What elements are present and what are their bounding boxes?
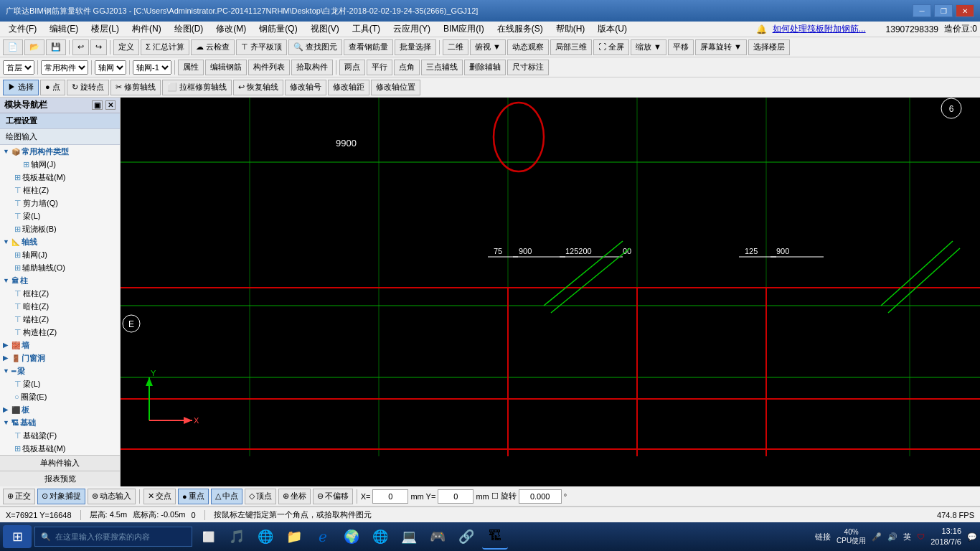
tb-parallel[interactable]: 平行 bbox=[367, 60, 392, 75]
tree-item-constcol[interactable]: ⊤ 构造柱(Z) bbox=[0, 326, 120, 339]
tb-comp-list[interactable]: 构件列表 bbox=[248, 60, 290, 75]
tb-2d[interactable]: 二维 bbox=[443, 39, 468, 55]
tb-restore-axis[interactable]: ↩ 恢复轴线 bbox=[233, 80, 283, 95]
tb-select[interactable]: ▶ 选择 bbox=[3, 80, 39, 95]
menu-cloud[interactable]: 云应用(Y) bbox=[387, 22, 436, 37]
tb-define[interactable]: 定义 bbox=[113, 39, 139, 55]
tree-item-axisnet2[interactable]: ⊞ 轴网(J) bbox=[0, 248, 120, 261]
tree-item-raft-common[interactable]: ⊞ 筏板基础(M) bbox=[0, 171, 120, 184]
menu-component[interactable]: 构件(N) bbox=[126, 22, 167, 37]
panel-float-btn[interactable]: ▣ bbox=[92, 100, 103, 110]
tb-property[interactable]: 属性 bbox=[178, 60, 204, 75]
tb-pan[interactable]: 平移 bbox=[668, 39, 694, 55]
menu-online[interactable]: 在线服务(S) bbox=[491, 22, 549, 37]
taskbar-app-folder[interactable]: 📁 bbox=[281, 524, 307, 550]
menu-version[interactable]: 版本(U) bbox=[592, 22, 633, 37]
menu-modify[interactable]: 修改(M) bbox=[210, 22, 252, 37]
tb-modify-axisnum[interactable]: 修改轴号 bbox=[285, 80, 326, 95]
btn-report-preview[interactable]: 报表预览 bbox=[0, 471, 120, 486]
snap-intersection[interactable]: ✕交点 bbox=[143, 489, 176, 504]
taskbar-app-ggj[interactable]: 🏗 bbox=[482, 524, 508, 550]
taskbar-app-browser2[interactable]: 🌐 bbox=[367, 524, 393, 550]
tb-dim-label[interactable]: 尺寸标注 bbox=[507, 60, 549, 75]
tb-calc[interactable]: Σ 汇总计算 bbox=[141, 39, 189, 55]
tree-item-framecol-common[interactable]: ⊤ 框柱(Z) bbox=[0, 184, 120, 197]
tree-group-wall[interactable]: ▶ 🧱 墙 bbox=[0, 339, 120, 352]
tb-undo[interactable]: ↩ bbox=[72, 39, 89, 55]
menu-tools[interactable]: 工具(T) bbox=[347, 22, 386, 37]
draw-area[interactable]: 6 E 9900 75 900 125200 00 125 900 bbox=[121, 98, 980, 486]
tb-edit-rebar[interactable]: 编辑钢筋 bbox=[205, 60, 247, 75]
tb-fullscreen[interactable]: ⛶ 全屏 bbox=[593, 39, 629, 55]
tb-cloud-check[interactable]: ☁ 云检查 bbox=[191, 39, 235, 55]
tree-item-foundbeam[interactable]: ⊤ 基础梁(F) bbox=[0, 429, 120, 442]
snap-no-offset[interactable]: ⊖不偏移 bbox=[313, 489, 353, 504]
tb-open[interactable]: 📂 bbox=[24, 39, 44, 55]
floor-select[interactable]: 首层 bbox=[3, 60, 34, 75]
tab-project-setup[interactable]: 工程设置 bbox=[0, 113, 120, 129]
search-box[interactable]: 🔍 在这里输入你要搜索的内容 bbox=[34, 527, 192, 547]
tree-item-framecol[interactable]: ⊤ 框柱(Z) bbox=[0, 287, 120, 300]
tb-point[interactable]: ● 点 bbox=[40, 80, 65, 95]
gridname-select[interactable]: 轴网-1 bbox=[133, 60, 171, 75]
tree-group-beam[interactable]: ▼ ━ 梁 bbox=[0, 364, 120, 377]
tb-point-angle[interactable]: 点角 bbox=[394, 60, 420, 75]
panel-close-btn[interactable]: ✕ bbox=[105, 100, 116, 110]
tree-group-found[interactable]: ▼ 🏗 基础 bbox=[0, 416, 120, 429]
tb-box-trim[interactable]: ⬜ 拉框修剪轴线 bbox=[162, 80, 232, 95]
tb-redo[interactable]: ↪ bbox=[90, 39, 107, 55]
menu-draw[interactable]: 绘图(D) bbox=[169, 22, 209, 37]
taskbar-app-browser1[interactable]: 🌐 bbox=[253, 524, 278, 550]
tree-item-axisnet[interactable]: ⊞ 轴网(J) bbox=[0, 158, 120, 171]
tb-top-view[interactable]: 俯视 ▼ bbox=[470, 39, 506, 55]
restore-button[interactable]: ❐ bbox=[934, 4, 953, 17]
tree-item-beam-common[interactable]: ⊤ 梁(L) bbox=[0, 209, 120, 222]
systray-notification[interactable]: 💬 bbox=[967, 532, 977, 542]
snap-coord[interactable]: ⊕坐标 bbox=[278, 489, 311, 504]
menu-file[interactable]: 文件(F) bbox=[3, 22, 42, 37]
tb-find[interactable]: 🔍 查找图元 bbox=[288, 39, 342, 55]
taskbar-app-music[interactable]: 🎵 bbox=[224, 524, 250, 550]
tab-drawing-input[interactable]: 绘图输入 bbox=[0, 129, 120, 145]
tree-item-ringbeam[interactable]: ○ 圈梁(E) bbox=[0, 390, 120, 403]
tb-level-top[interactable]: ⊤ 齐平板顶 bbox=[236, 39, 287, 55]
snap-vertex[interactable]: ◇顶点 bbox=[245, 489, 276, 504]
gridtype-select[interactable]: 轴网 bbox=[95, 60, 126, 75]
tb-view-rebar[interactable]: 查看钢筋量 bbox=[344, 39, 393, 55]
x-input[interactable] bbox=[372, 489, 408, 504]
menu-bim[interactable]: BIM应用(I) bbox=[438, 22, 490, 37]
tb-select-floor[interactable]: 选择楼层 bbox=[748, 39, 790, 55]
taskbar-app-link[interactable]: 🔗 bbox=[453, 524, 479, 550]
snap-object[interactable]: ⊙对象捕捉 bbox=[37, 489, 85, 504]
tb-modify-axispos[interactable]: 修改轴位置 bbox=[371, 80, 420, 95]
tree-group-common[interactable]: ▼ 📦 常用构件类型 bbox=[0, 145, 120, 158]
tb-zoom[interactable]: 缩放 ▼ bbox=[631, 39, 666, 55]
tb-local-3d[interactable]: 局部三维 bbox=[550, 39, 592, 55]
tree-group-slab[interactable]: ▶ ⬛ 板 bbox=[0, 403, 120, 416]
taskbar-app-ie[interactable]: 🌍 bbox=[339, 524, 364, 550]
tb-del-aux[interactable]: 删除辅轴 bbox=[464, 60, 506, 75]
tb-three-point[interactable]: 三点辅线 bbox=[421, 60, 463, 75]
tb-two-point[interactable]: 两点 bbox=[339, 60, 365, 75]
close-button[interactable]: ✕ bbox=[956, 4, 974, 17]
tb-new[interactable]: 📄 bbox=[3, 39, 23, 55]
tree-item-shearwall-common[interactable]: ⊤ 剪力墙(Q) bbox=[0, 197, 120, 209]
tb-save[interactable]: 💾 bbox=[46, 39, 66, 55]
systray-mic[interactable]: 🎤 bbox=[872, 532, 882, 542]
taskbar-app-pc[interactable]: 💻 bbox=[396, 524, 422, 550]
tb-rotate-point[interactable]: ↻ 旋转点 bbox=[67, 80, 109, 95]
snap-dynamic[interactable]: ⊛动态输入 bbox=[88, 489, 136, 504]
tb-modify-axisdist[interactable]: 修改轴距 bbox=[328, 80, 369, 95]
tb-pick-comp[interactable]: 拾取构件 bbox=[291, 60, 333, 75]
start-button[interactable]: ⊞ bbox=[3, 525, 32, 548]
snap-orthogonal[interactable]: ⊕正交 bbox=[3, 489, 35, 504]
menu-floor[interactable]: 楼层(L) bbox=[85, 22, 125, 37]
tree-item-hidcol[interactable]: ⊤ 暗柱(Z) bbox=[0, 300, 120, 313]
tree-item-raft[interactable]: ⊞ 筏板基础(M) bbox=[0, 442, 120, 455]
snap-center[interactable]: ●重点 bbox=[178, 489, 209, 504]
menu-help[interactable]: 帮助(H) bbox=[550, 22, 591, 37]
tb-batch-select[interactable]: 批量选择 bbox=[395, 39, 436, 55]
taskbar-app-edge[interactable]: ℯ bbox=[310, 524, 336, 550]
menu-edit[interactable]: 编辑(E) bbox=[44, 22, 84, 37]
systray-lang[interactable]: 英 bbox=[903, 532, 911, 542]
